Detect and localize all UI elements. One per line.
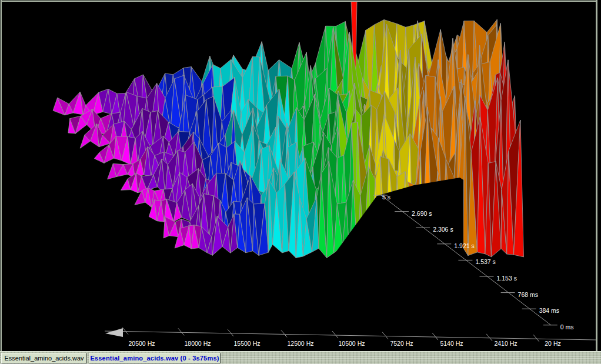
app-window: 5 s2.690 s2.306 s1.921 s1.537 s1.153 s76… — [0, 0, 601, 364]
time-tick-label: 1.537 s — [475, 258, 495, 265]
freq-tick-label: 20500 Hz — [129, 340, 155, 347]
tab-label: Essential_amino_acids.wav — [4, 355, 84, 362]
tab-essential-amino-acids-wav[interactable]: Essential_amino_acids.wav — [1, 353, 87, 363]
freq-tick-label: 5140 Hz — [440, 340, 463, 347]
freq-tick-label: 7520 Hz — [390, 340, 413, 347]
freq-tick-label: 10500 Hz — [339, 340, 365, 347]
time-tick-label: 0 ms — [560, 323, 574, 330]
freq-tick-label: 20 Hz — [545, 340, 560, 347]
tab-essential-amino-acids-wav-selection[interactable]: Essential_amino_acids.wav (0 - 3s75ms) — [89, 353, 221, 363]
freq-tick-label: 12500 Hz — [288, 340, 314, 347]
time-tick-label: 2.306 s — [433, 226, 453, 233]
window-border-top — [0, 0, 601, 2]
tab-label-active: Essential_amino_acids.wav (0 - 3s75ms) — [90, 355, 219, 362]
window-border-left — [0, 0, 2, 364]
freq-tick-label: 15500 Hz — [234, 340, 261, 347]
time-tick-label: 2.690 s — [412, 210, 432, 217]
freq-tick-label: 2410 Hz — [494, 340, 517, 347]
time-tick-label: 384 ms — [539, 307, 559, 314]
time-tick-label: 1.921 s — [454, 242, 474, 249]
time-tick-label: 5 s — [382, 193, 390, 201]
freq-tick-label: 18000 Hz — [185, 340, 211, 347]
document-tab-bar: Essential_amino_acids.wav Essential_amin… — [0, 351, 601, 364]
window-right-gutter — [597, 0, 601, 351]
time-tick-label: 768 ms — [518, 291, 538, 298]
spectrogram-3d-plot: 5 s2.690 s2.306 s1.921 s1.537 s1.153 s76… — [0, 0, 601, 364]
time-tick-label: 1.153 s — [497, 275, 517, 282]
